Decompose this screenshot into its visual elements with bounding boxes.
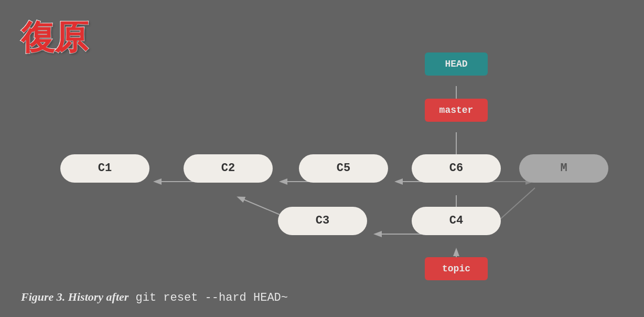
figure-caption: Figure 3. History after git reset --hard… — [21, 290, 288, 304]
c1-node-label: C1 — [98, 162, 112, 175]
topic-node-label: topic — [442, 263, 470, 274]
caption-code: git reset --hard HEAD~ — [128, 291, 288, 304]
c3-node-label: C3 — [316, 214, 329, 227]
master-node-label: master — [439, 105, 474, 115]
head-node-label: HEAD — [445, 59, 467, 69]
caption-italic: Figure 3. History after — [21, 290, 128, 303]
c5-node-label: C5 — [337, 162, 350, 175]
c2-node-label: C2 — [221, 162, 235, 175]
c4-node-label: C4 — [449, 214, 463, 227]
m-node-label: M — [560, 162, 567, 175]
c6-node-label: C6 — [449, 162, 463, 175]
git-diagram: HEAD master C6 C5 C2 C1 M C4 C3 topic — [0, 21, 644, 294]
